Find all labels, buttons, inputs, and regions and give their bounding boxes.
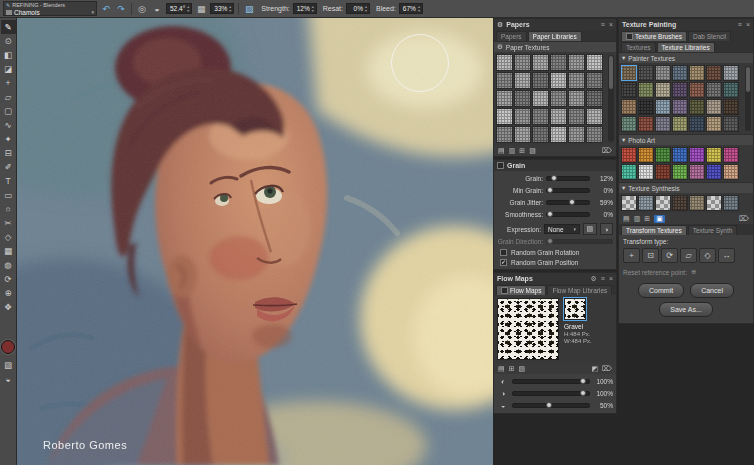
brush-angle-field[interactable]: 52.4° ▴▾	[166, 3, 192, 14]
paper-texture-swatch[interactable]	[496, 108, 513, 125]
random-grain-rotation-row[interactable]: Random Grain Rotation	[494, 247, 616, 257]
paper-texture-swatch[interactable]	[568, 108, 585, 125]
painter-texture-swatch[interactable]	[621, 82, 637, 98]
delete-texture-button[interactable]: ⌦	[739, 215, 749, 223]
texture-synthesis-swatch[interactable]	[638, 195, 654, 211]
move-transform-icon[interactable]: +	[623, 248, 640, 263]
tab-flow-map-libraries[interactable]: Flow Map Libraries	[547, 285, 612, 295]
texture-synthesis-section[interactable]: ▾ Texture Synthesis	[619, 182, 753, 193]
scrollbar-thumb[interactable]	[746, 67, 750, 92]
new-flow-map-button[interactable]: ⊞	[509, 365, 515, 373]
painter-texture-swatch[interactable]	[723, 99, 739, 115]
stepper-icons[interactable]: ▴▾	[229, 5, 231, 13]
painter-texture-swatch[interactable]	[706, 116, 722, 132]
stepper-icons[interactable]: ▴▾	[187, 5, 189, 13]
brush-opacity-field[interactable]: 33% ▴▾	[210, 3, 234, 14]
paper-texture-swatch[interactable]	[586, 72, 603, 89]
paper-texture-swatch[interactable]	[532, 90, 549, 107]
paper-texture-swatch[interactable]	[532, 126, 549, 143]
texture-brushes-enable-checkbox[interactable]	[626, 33, 633, 40]
slider-thumb[interactable]	[547, 211, 553, 217]
photo-art-swatch[interactable]	[723, 147, 739, 163]
cancel-button[interactable]: Cancel	[690, 283, 734, 298]
layer-adjuster-tool[interactable]: +	[1, 76, 16, 90]
texture-library-alt-icon[interactable]: ▥	[634, 215, 641, 223]
paper-texture-swatch[interactable]	[514, 90, 531, 107]
grabber-tool[interactable]: ✥	[1, 300, 16, 314]
painter-texture-swatch[interactable]	[706, 99, 722, 115]
paper-texture-swatch[interactable]	[532, 54, 549, 71]
close-icon[interactable]: ×	[609, 21, 613, 28]
rotate-transform-icon[interactable]: ⟳	[661, 248, 678, 263]
photo-art-swatch[interactable]	[706, 164, 722, 180]
shape-pen-tool[interactable]: ✐	[1, 160, 16, 174]
new-paper-button[interactable]: ⊞	[519, 147, 525, 155]
undo-button[interactable]: ↶	[100, 1, 112, 17]
photo-art-swatch[interactable]	[621, 147, 637, 163]
paper-texture-swatch[interactable]	[496, 126, 513, 143]
paper-texture-swatch[interactable]	[550, 108, 567, 125]
tab-transform-textures[interactable]: Transform Textures	[621, 225, 687, 235]
slider-thumb[interactable]	[546, 402, 552, 408]
texture-synthesis-swatch[interactable]	[706, 195, 722, 211]
photo-art-swatch[interactable]	[621, 164, 637, 180]
painter-texture-swatch[interactable]	[655, 99, 671, 115]
delete-flow-map-button[interactable]: ⌦	[602, 365, 612, 373]
photo-art-swatch[interactable]	[689, 147, 705, 163]
painter-texture-swatch[interactable]	[638, 99, 654, 115]
lasso-tool[interactable]: ∿	[1, 118, 16, 132]
paper-texture-swatch[interactable]	[550, 126, 567, 143]
paper-texture-swatch[interactable]	[586, 126, 603, 143]
paint-bucket-tool[interactable]: ◧	[1, 48, 16, 62]
random-grain-position-row[interactable]: ✓ Random Grain Position	[494, 257, 616, 269]
flip-transform-icon[interactable]: ↔	[718, 248, 735, 263]
transform-tool[interactable]: ▱	[1, 90, 16, 104]
paper-texture-swatch[interactable]	[550, 54, 567, 71]
painter-texture-swatch[interactable]	[672, 82, 688, 98]
primary-color-swatch[interactable]	[1, 340, 15, 354]
capture-paper-button[interactable]: ▨	[529, 147, 536, 155]
photo-art-swatch[interactable]	[706, 147, 722, 163]
commit-button[interactable]: Commit	[638, 283, 684, 298]
capture-flow-map-button[interactable]: ▨	[519, 365, 526, 373]
paper-texture-swatch[interactable]	[586, 90, 603, 107]
canvas[interactable]: Roberto Gomes	[17, 18, 493, 465]
paper-texture-swatch[interactable]	[496, 54, 513, 71]
tab-papers[interactable]: Papers	[496, 31, 527, 41]
tab-texture-brushes[interactable]: Texture Brushes	[621, 31, 687, 41]
paper-library-icon[interactable]: ▤	[498, 147, 505, 155]
photo-art-swatch[interactable]	[655, 147, 671, 163]
gear-icon[interactable]: ⚙	[591, 275, 597, 283]
painter-texture-swatch[interactable]	[689, 65, 705, 81]
paper-selector-icon[interactable]: ▨	[1, 358, 16, 372]
tab-paper-libraries[interactable]: Paper Libraries	[528, 31, 582, 41]
photo-art-swatch[interactable]	[689, 164, 705, 180]
scrollbar-thumb[interactable]	[609, 56, 613, 89]
delete-paper-button[interactable]: ⌦	[602, 147, 612, 155]
photo-art-section[interactable]: ▾ Photo Art	[619, 134, 753, 145]
scissors-tool[interactable]: ✂	[1, 216, 16, 230]
paper-texture-swatch[interactable]	[586, 108, 603, 125]
shape-oval-tool[interactable]: ○	[1, 202, 16, 216]
flow-map-enable-checkbox[interactable]	[501, 287, 508, 294]
painter-texture-swatch[interactable]	[655, 116, 671, 132]
painter-texture-swatch[interactable]	[689, 99, 705, 115]
cloner-tool[interactable]: ◍	[1, 258, 16, 272]
crop-tool[interactable]: ⊟	[1, 146, 16, 160]
shape-rect-tool[interactable]: ▭	[1, 188, 16, 202]
painter-texture-swatch[interactable]	[706, 82, 722, 98]
paper-texture-swatch[interactable]	[532, 108, 549, 125]
grain-enable-checkbox[interactable]	[497, 162, 504, 169]
painter-texture-swatch[interactable]	[638, 65, 654, 81]
texture-synthesis-swatch[interactable]	[621, 195, 637, 211]
close-icon[interactable]: ×	[746, 21, 750, 28]
scrollbar[interactable]	[608, 55, 614, 142]
painter-texture-swatch[interactable]	[655, 65, 671, 81]
paper-texture-swatch[interactable]	[496, 90, 513, 107]
texture-synthesis-swatch[interactable]	[689, 195, 705, 211]
painter-texture-swatch[interactable]	[638, 82, 654, 98]
painter-texture-swatch[interactable]	[638, 116, 654, 132]
paper-texture-swatch[interactable]	[514, 126, 531, 143]
painter-texture-swatch[interactable]	[672, 99, 688, 115]
grain-panel-title[interactable]: Grain	[507, 162, 525, 169]
